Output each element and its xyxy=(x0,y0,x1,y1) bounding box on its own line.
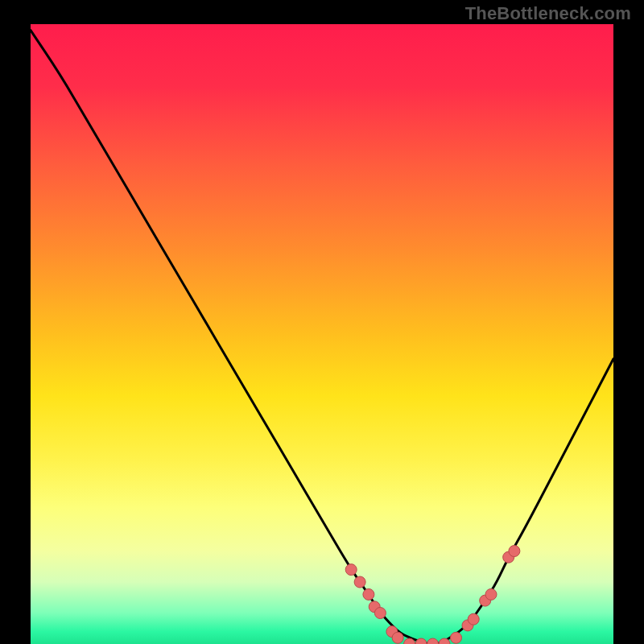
data-point xyxy=(345,564,357,576)
data-point xyxy=(354,576,365,588)
data-points xyxy=(345,546,520,645)
chart-frame: TheBottleneck.com xyxy=(0,0,644,644)
data-point xyxy=(451,632,462,643)
data-point xyxy=(392,632,403,643)
data-point xyxy=(509,546,520,557)
plot-area xyxy=(31,24,613,644)
data-point xyxy=(363,588,374,600)
data-point xyxy=(468,613,479,625)
data-point xyxy=(427,638,439,644)
chart-svg xyxy=(31,24,613,644)
data-point xyxy=(374,608,386,619)
data-point xyxy=(485,588,497,600)
attribution-text: TheBottleneck.com xyxy=(465,3,631,24)
bottleneck-curve xyxy=(31,31,613,644)
